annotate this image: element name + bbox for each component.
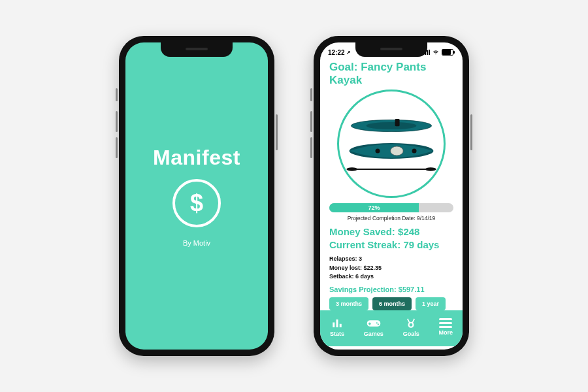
medal-icon: [404, 318, 418, 329]
screen-detail: 12:22 ↗ Goal: Fancy Pants Kayak: [320, 42, 463, 350]
goal-title: Goal: Fancy Pants Kayak: [329, 61, 453, 87]
projected-completion: Projected Completion Date: 9/14/19: [329, 215, 453, 221]
notch: [161, 42, 233, 57]
svg-rect-13: [336, 319, 338, 327]
tab-label: Goals: [403, 331, 419, 337]
progress-fill: 72%: [329, 203, 419, 212]
dollar-circle-icon: $: [172, 179, 221, 227]
segment-6-months[interactable]: 6 months: [372, 297, 412, 310]
tab-stats[interactable]: Stats: [330, 318, 344, 337]
goal-title-prefix: Goal:: [329, 61, 357, 73]
svg-point-18: [376, 322, 378, 323]
stat-money-lost: Money lost: $22.35: [329, 264, 453, 273]
svg-rect-3: [395, 119, 400, 126]
progress-label: 72%: [368, 204, 380, 211]
svg-point-2: [367, 122, 417, 129]
screen-splash: Manifest $ By Motiv: [125, 42, 268, 350]
svg-point-8: [412, 148, 417, 153]
kayak-icon: [346, 110, 437, 178]
current-streak: Current Streak: 79 days: [329, 238, 453, 252]
svg-rect-12: [333, 322, 335, 327]
svg-point-21: [410, 323, 413, 326]
menu-icon: [439, 318, 452, 328]
money-saved: Money Saved: $248: [329, 225, 453, 238]
tab-label: More: [439, 329, 453, 336]
notch: [355, 42, 427, 57]
tab-games[interactable]: Games: [364, 318, 384, 337]
phone-frame-splash: Manifest $ By Motiv: [119, 36, 274, 356]
battery-icon: [442, 49, 453, 56]
savings-projection: Savings Projection: $597.11: [329, 286, 453, 293]
svg-rect-14: [340, 323, 342, 327]
app-subtitle: By Motiv: [183, 239, 210, 247]
wifi-icon: [433, 49, 439, 56]
silence-switch: [116, 88, 118, 101]
secondary-stats: Relapses: 3 Money lost: $22.35 Setback: …: [329, 255, 453, 282]
svg-point-11: [425, 167, 436, 171]
segment-1-year[interactable]: 1 year: [416, 297, 446, 310]
goal-detail-view: Goal: Fancy Pants Kayak: [320, 59, 463, 310]
volume-up-button: [116, 111, 118, 132]
power-button: [470, 114, 472, 150]
dollar-glyph: $: [190, 191, 203, 215]
segment-3-months[interactable]: 3 months: [329, 297, 368, 310]
svg-point-10: [346, 167, 357, 171]
stats-icon: [330, 318, 344, 329]
volume-down-button: [310, 137, 312, 158]
phone-frame-detail: 12:22 ↗ Goal: Fancy Pants Kayak: [314, 36, 469, 356]
volume-up-button: [310, 111, 312, 132]
goal-image-circle: [337, 90, 446, 198]
svg-rect-17: [368, 323, 371, 324]
app-title: Manifest: [153, 146, 240, 170]
tab-label: Stats: [330, 331, 344, 337]
tab-goals[interactable]: Goals: [403, 318, 419, 337]
svg-point-19: [378, 323, 379, 325]
projection-range-segment: 3 months 6 months 1 year: [329, 297, 453, 310]
stat-setback: Setback: 6 days: [329, 272, 453, 282]
svg-point-7: [376, 148, 380, 153]
tab-more[interactable]: More: [439, 318, 453, 336]
tab-bar: Stats Games: [320, 310, 463, 346]
progress-bar: 72%: [329, 203, 453, 212]
status-time: 12:22: [328, 49, 345, 56]
volume-down-button: [116, 137, 118, 158]
mockup-stage: Manifest $ By Motiv 12:22 ↗: [0, 0, 588, 392]
splash-view: Manifest $ By Motiv: [125, 42, 268, 350]
power-button: [276, 114, 278, 150]
gamepad-icon: [367, 318, 381, 329]
silence-switch: [310, 88, 312, 101]
tab-label: Games: [364, 331, 384, 337]
location-arrow-icon: ↗: [346, 50, 351, 56]
stat-relapses: Relapses: 3: [329, 255, 453, 264]
